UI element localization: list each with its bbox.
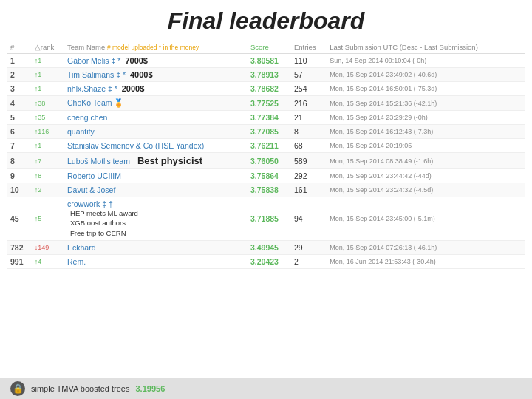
best-physicist-label: Best physicist [137, 155, 202, 166]
team-link[interactable]: Davut & Josef [67, 185, 115, 194]
cell-team: Tim Salimans ‡ *4000$ [64, 68, 248, 82]
cell-score: 3.77085 [248, 125, 291, 139]
table-row: 4↑38ChoKo Team 🏅3.77525216Mon, 15 Sep 20… [7, 96, 525, 111]
col-entries: Entries [291, 41, 327, 54]
table-row: 9↑8Roberto UCIIIM3.75864292Mon, 15 Sep 2… [7, 169, 525, 183]
cell-rank: 2 [7, 68, 32, 82]
cell-delta: ↑2 [32, 183, 64, 197]
cell-team: nhlx.Shaze ‡ *2000$ [64, 82, 248, 96]
cell-entries: 57 [291, 68, 327, 82]
cell-team: Roberto UCIIIM [64, 169, 248, 183]
cell-last-sub: Mon, 15 Sep 2014 08:38:49 (-1.6h) [327, 153, 525, 169]
cell-rank: 45 [7, 197, 32, 241]
cell-score: 3.80581 [248, 54, 291, 68]
cell-delta: ↑8 [32, 169, 64, 183]
cell-team: Gábor Melis ‡ *7000$ [64, 54, 248, 68]
cell-team: Rem. [64, 254, 248, 268]
cell-delta: ↑1 [32, 139, 64, 153]
table-row: 8↑7Luboš Motl's teamBest physicist3.7605… [7, 153, 525, 169]
team-link[interactable]: Eckhard [67, 243, 96, 252]
team-link[interactable]: Gábor Melis ‡ * [67, 56, 120, 65]
cell-entries: 161 [291, 183, 327, 197]
cell-delta: ↑4 [32, 254, 64, 268]
cell-delta: ↑116 [32, 125, 64, 139]
lock-icon: 🔒 [10, 381, 25, 396]
table-row: 991↑4Rem.3.204232Mon, 16 Jun 2014 21:53:… [7, 254, 525, 268]
table-row: 6↑116quantify3.770858Mon, 15 Sep 2014 16… [7, 125, 525, 139]
cell-last-sub: Mon, 16 Jun 2014 21:53:43 (-30.4h) [327, 254, 525, 268]
team-link[interactable]: ChoKo Team 🏅 [67, 98, 123, 107]
col-rank: # [7, 41, 32, 54]
cell-rank: 7 [7, 139, 32, 153]
cell-rank: 5 [7, 111, 32, 125]
bottom-bar-label: simple TMVA boosted trees [31, 384, 130, 393]
cell-score: 3.20423 [248, 254, 291, 268]
cell-score: 3.78913 [248, 68, 291, 82]
cell-delta: ↑1 [32, 82, 64, 96]
cell-last-sub: Mon, 15 Sep 2014 23:49:02 (-40.6d) [327, 68, 525, 82]
table-row: 2↑1Tim Salimans ‡ *4000$3.7891357Mon, 15… [7, 68, 525, 82]
cell-rank: 9 [7, 169, 32, 183]
cell-last-sub: Sun, 14 Sep 2014 09:10:04 (-0h) [327, 54, 525, 68]
cell-score: 3.76211 [248, 139, 291, 153]
table-row: 10↑2Davut & Josef3.75838161Mon, 15 Sep 2… [7, 183, 525, 197]
cell-score: 3.49945 [248, 240, 291, 254]
cell-last-sub: Mon, 15 Sep 2014 23:29:29 (-0h) [327, 111, 525, 125]
cell-score: 3.71885 [248, 197, 291, 241]
cell-team: Luboš Motl's teamBest physicist [64, 153, 248, 169]
cell-entries: 216 [291, 96, 327, 111]
cell-delta: ↓149 [32, 240, 64, 254]
team-link[interactable]: Tim Salimans ‡ * [67, 70, 126, 79]
team-link[interactable]: Rem. [67, 257, 86, 266]
team-link[interactable]: Luboš Motl's team [67, 157, 130, 166]
cell-team: cheng chen [64, 111, 248, 125]
cell-team: quantify [64, 125, 248, 139]
cell-rank: 3 [7, 82, 32, 96]
cell-delta: ↑7 [32, 153, 64, 169]
cell-entries: 2 [291, 254, 327, 268]
cell-delta: ↑38 [32, 96, 64, 111]
cell-last-sub: Mon, 15 Sep 2014 23:45:00 (-5.1m) [327, 197, 525, 241]
page-title: Final leaderboard [0, 0, 532, 41]
team-link[interactable]: quantify [67, 127, 95, 136]
table-row: 3↑1nhlx.Shaze ‡ *2000$3.78682254Mon, 15 … [7, 82, 525, 96]
cell-team: Stanislav Semenov & Co (HSE Yandex) [64, 139, 248, 153]
cell-team: crowwork ‡ †HEP meets ML awardXGB oost a… [64, 197, 248, 241]
cell-delta: ↑1 [32, 54, 64, 68]
cell-rank: 991 [7, 254, 32, 268]
team-link[interactable]: cheng chen [67, 113, 107, 122]
cell-score: 3.78682 [248, 82, 291, 96]
col-team: Team Name # model uploaded * in the mone… [64, 41, 248, 54]
team-link[interactable]: Stanislav Semenov & Co (HSE Yandex) [67, 141, 204, 150]
cell-score: 3.76050 [248, 153, 291, 169]
team-link[interactable]: crowwork ‡ † [67, 200, 113, 208]
cell-rank: 6 [7, 125, 32, 139]
cell-team: ChoKo Team 🏅 [64, 96, 248, 111]
cell-entries: 254 [291, 82, 327, 96]
cell-score: 3.75864 [248, 169, 291, 183]
bottom-bar-score: 3.19956 [136, 384, 166, 393]
team-link[interactable]: Roberto UCIIIM [67, 171, 121, 180]
leaderboard-table: # △rank Team Name # model uploaded * in … [7, 41, 525, 269]
cell-entries: 29 [291, 240, 327, 254]
prize-label: 7000$ [125, 56, 148, 65]
cell-team: Davut & Josef [64, 183, 248, 197]
leaderboard-container: # △rank Team Name # model uploaded * in … [0, 41, 532, 269]
bottom-bar: 🔒 simple TMVA boosted trees 3.19956 [0, 378, 532, 399]
cell-score: 3.77525 [248, 96, 291, 111]
cell-entries: 292 [291, 169, 327, 183]
cell-delta: ↑5 [32, 197, 64, 241]
col-last-sub: Last Submission UTC (Desc - Last Submiss… [327, 41, 525, 54]
cell-entries: 589 [291, 153, 327, 169]
cell-entries: 8 [291, 125, 327, 139]
cell-last-sub: Mon, 15 Sep 2014 16:12:43 (-7.3h) [327, 125, 525, 139]
cell-rank: 4 [7, 96, 32, 111]
cell-rank: 782 [7, 240, 32, 254]
cell-entries: 94 [291, 197, 327, 241]
cell-delta: ↑1 [32, 68, 64, 82]
cell-score: 3.75838 [248, 183, 291, 197]
col-delta: △rank [32, 41, 64, 54]
cell-team: Eckhard [64, 240, 248, 254]
cell-delta: ↑35 [32, 111, 64, 125]
team-link[interactable]: nhlx.Shaze ‡ * [67, 84, 117, 93]
